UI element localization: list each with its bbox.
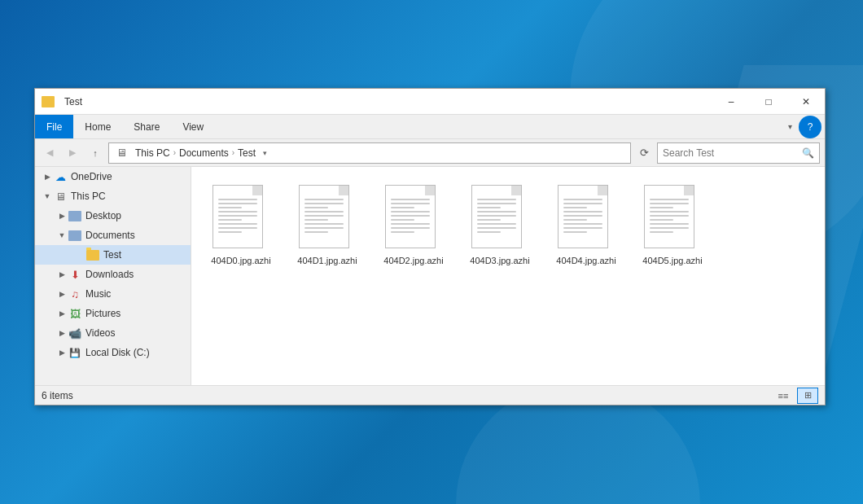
document-icon xyxy=(212,185,263,248)
doc-line xyxy=(218,231,242,233)
doc-line xyxy=(304,231,328,233)
sidebar-item-desktop[interactable]: ▶ Desktop xyxy=(35,206,191,226)
address-path[interactable]: 🖥 This PC › Documents › Test ▾ xyxy=(108,142,631,164)
forward-button[interactable]: ▶ xyxy=(63,143,82,163)
doc-line xyxy=(477,215,516,217)
sidebar-item-documents[interactable]: ▼ Documents xyxy=(35,226,191,245)
sidebar-item-this-pc[interactable]: ▼ 🖥 This PC xyxy=(35,186,191,206)
sidebar-item-downloads[interactable]: ▶ ⬇ Downloads xyxy=(35,265,191,284)
search-input[interactable] xyxy=(663,147,799,159)
view-toggle-buttons: ≡≡ ⊞ xyxy=(773,388,818,404)
doc-line xyxy=(650,203,689,204)
doc-line xyxy=(391,203,430,204)
videos-icon: 📹 xyxy=(68,327,82,340)
doc-line xyxy=(304,223,344,225)
document-icon xyxy=(644,185,694,248)
doc-fold xyxy=(425,186,435,195)
file-item[interactable]: 404D4.jpg.azhi xyxy=(550,180,623,271)
file-thumbnail xyxy=(644,185,701,250)
doc-line xyxy=(477,211,516,213)
documents-icon xyxy=(68,229,82,242)
refresh-button[interactable]: ⟳ xyxy=(634,143,654,163)
doc-line xyxy=(218,199,257,200)
path-dropdown-arrow[interactable]: ▾ xyxy=(259,149,270,157)
doc-line xyxy=(477,231,501,233)
music-label: Music xyxy=(85,288,111,300)
details-view-button[interactable]: ≡≡ xyxy=(773,388,794,404)
doc-line xyxy=(563,219,587,221)
file-item[interactable]: 404D0.jpg.azhi xyxy=(204,180,278,271)
file-thumbnail xyxy=(212,185,269,250)
doc-line xyxy=(650,211,689,213)
minimize-button[interactable]: – xyxy=(712,89,750,115)
doc-line xyxy=(563,211,602,213)
files-grid: 404D0.jpg.azhi 404D1.jpg.azhi 404D2.jpg.… xyxy=(204,180,812,271)
doc-line xyxy=(218,223,257,225)
status-bar: 6 items ≡≡ ⊞ xyxy=(35,385,825,405)
file-item[interactable]: 404D3.jpg.azhi xyxy=(463,180,537,271)
doc-line xyxy=(218,219,242,221)
content-area: ▶ ☁ OneDrive ▼ 🖥 This PC ▶ Desktop ▼ xyxy=(35,167,825,385)
file-item[interactable]: 404D1.jpg.azhi xyxy=(291,180,364,271)
large-icons-view-button[interactable]: ⊞ xyxy=(797,388,818,404)
menu-bar: File Home Share View ▾ ? xyxy=(35,115,825,139)
expand-arrow-documents: ▼ xyxy=(56,231,68,239)
computer-icon: 🖥 xyxy=(114,147,129,160)
file-item[interactable]: 404D5.jpg.azhi xyxy=(636,180,709,271)
title-bar-controls: – □ ✕ xyxy=(712,89,825,115)
sidebar-item-test[interactable]: Test xyxy=(35,245,191,265)
title-bar-icons xyxy=(35,96,61,107)
search-box: 🔍 xyxy=(657,142,820,164)
file-thumbnail xyxy=(558,185,615,250)
onedrive-label: OneDrive xyxy=(71,171,112,182)
expand-arrow-local-disk: ▶ xyxy=(56,348,68,357)
menu-share[interactable]: Share xyxy=(122,115,171,138)
doc-line xyxy=(304,211,344,213)
file-thumbnail xyxy=(385,185,442,250)
expand-arrow-music: ▶ xyxy=(56,290,68,298)
document-icon xyxy=(385,185,436,248)
doc-line xyxy=(563,215,602,217)
file-item[interactable]: 404D2.jpg.azhi xyxy=(377,180,450,271)
doc-line xyxy=(477,223,516,225)
menu-home[interactable]: Home xyxy=(73,115,122,138)
sidebar-item-onedrive[interactable]: ▶ ☁ OneDrive xyxy=(35,167,191,186)
videos-label: Videos xyxy=(85,327,115,339)
sidebar-item-videos[interactable]: ▶ 📹 Videos xyxy=(35,323,191,343)
this-pc-label: This PC xyxy=(71,191,106,202)
file-thumbnail xyxy=(471,185,528,250)
menu-view[interactable]: View xyxy=(171,115,215,138)
file-thumbnail xyxy=(299,185,356,250)
document-icon xyxy=(471,185,522,248)
test-label: Test xyxy=(103,249,121,261)
doc-line xyxy=(391,207,414,208)
music-icon: ♫ xyxy=(68,287,82,300)
document-icon xyxy=(299,185,349,248)
doc-line xyxy=(650,215,689,217)
path-documents[interactable]: Documents xyxy=(179,147,229,159)
menu-file[interactable]: File xyxy=(35,115,73,138)
file-label: 404D5.jpg.azhi xyxy=(642,255,702,266)
doc-line xyxy=(477,227,516,229)
doc-line xyxy=(304,207,328,208)
back-button[interactable]: ◀ xyxy=(40,143,59,163)
path-test[interactable]: Test xyxy=(238,147,256,159)
sidebar-item-pictures[interactable]: ▶ 🖼 Pictures xyxy=(35,304,191,323)
drive-icon: 💾 xyxy=(68,346,82,359)
doc-line xyxy=(218,211,257,213)
doc-line xyxy=(650,199,689,200)
expand-arrow-downloads: ▶ xyxy=(56,270,68,278)
window-title: Test xyxy=(61,96,712,107)
sidebar-item-local-disk[interactable]: ▶ 💾 Local Disk (C:) xyxy=(35,343,191,362)
help-button[interactable]: ? xyxy=(799,116,821,138)
pictures-icon: 🖼 xyxy=(68,307,82,320)
doc-line xyxy=(650,223,689,225)
up-button[interactable]: ↑ xyxy=(85,143,105,163)
doc-line xyxy=(563,199,602,200)
path-this-pc[interactable]: This PC xyxy=(135,147,170,159)
search-icon[interactable]: 🔍 xyxy=(802,147,814,159)
expand-arrow-videos: ▶ xyxy=(56,329,68,337)
close-button[interactable]: ✕ xyxy=(787,89,825,115)
sidebar-item-music[interactable]: ▶ ♫ Music xyxy=(35,284,191,304)
maximize-button[interactable]: □ xyxy=(750,89,787,115)
